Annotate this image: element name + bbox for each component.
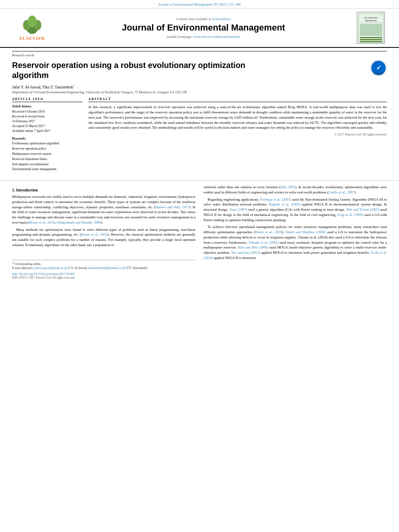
ref-coello[interactable]: Coello et al., 2007 <box>328 190 354 194</box>
sciencedirect-prefix: Contents lists available at <box>176 17 211 21</box>
ref-deb[interactable]: Deb, 2001 <box>280 185 295 189</box>
article-content: Research article Reservoir operation usi… <box>0 48 399 176</box>
intro-section-name: Introduction <box>16 188 38 192</box>
svg-rect-13 <box>360 41 382 42</box>
copyright-line: © 2017 Elsevier Ltd. All rights reserved… <box>88 133 387 136</box>
article-type-label: Research article <box>12 51 387 57</box>
author-names: Jafar Y. Al-Jawad, Tiku T. Tanyimboh <box>12 85 73 89</box>
sciencedirect-line: Contents lists available at ScienceDirec… <box>56 17 351 21</box>
keyword-4: Reservoir drawdown limits <box>12 157 82 162</box>
ref-horne3[interactable]: Horne et al., 2016 <box>255 230 282 234</box>
right-para1: solutions rather than one solution in ev… <box>204 185 387 195</box>
journal-homepage: journal homepage: www.elsevier.com/locat… <box>56 35 351 39</box>
ref-feng[interactable]: Feng et al. (1999) <box>337 213 363 217</box>
svg-rect-12 <box>360 39 382 40</box>
email1[interactable]: jafar.al-jawad@strath.ac.uk <box>34 266 68 270</box>
ref-haimes[interactable]: Haimes and Hall, 1977 <box>155 205 189 209</box>
body-right-col: solutions rather than one solution in ev… <box>204 185 387 279</box>
keyword-6: Environmental water management <box>12 167 82 172</box>
ref-kim[interactable]: Kim and Heo (2006) <box>238 245 268 249</box>
ref-sharif[interactable]: Sharif and Wardlaw (2000) <box>286 230 326 234</box>
ref-horne2[interactable]: Horne et al., 2016 <box>81 232 108 236</box>
homepage-link[interactable]: www.elsevier.com/locate/jenvman <box>193 35 240 39</box>
svg-text:✓: ✓ <box>376 64 381 71</box>
intro-section-title: 1. Introduction <box>12 188 195 192</box>
body-left-col: 1. Introduction Multipurpose reservoirs … <box>12 185 195 279</box>
issn-line: 0301-4797/© 2017 Elsevier Ltd. All right… <box>12 276 195 279</box>
body-section: 1. Introduction Multipurpose reservoirs … <box>0 185 399 279</box>
info-abstract-section: ARTICLE INFO Article history: Received 6… <box>12 97 387 172</box>
keyword-2: Reservoir operation policy <box>12 146 82 152</box>
affiliation: Department of Civil and Environmental En… <box>12 90 387 94</box>
intro-para1: Multipurpose reservoirs are widely used … <box>12 194 195 225</box>
article-info-header: ARTICLE INFO <box>12 97 82 102</box>
sciencedirect-link[interactable]: ScienceDirect <box>212 17 231 21</box>
article-info-col: ARTICLE INFO Article history: Received 6… <box>12 97 82 172</box>
revised-date: 14 February 2017 <box>12 119 82 124</box>
svg-point-4 <box>28 16 37 27</box>
homepage-prefix: journal homepage: <box>167 35 193 39</box>
journal-thumbnail: Environmental Management <box>357 12 385 44</box>
svg-rect-10 <box>360 24 382 36</box>
corresponding-sup: * <box>73 84 75 88</box>
ref-deb-tiwari[interactable]: Deb and Tiwari (2005) <box>346 207 379 212</box>
email1-name: (J.Y. Al-Jawad), <box>68 266 87 270</box>
intro-body-text: Multipurpose reservoirs are widely used … <box>12 194 195 248</box>
ref-regnier[interactable]: Régnier et al. (2005) <box>269 202 300 206</box>
article-title: Reservoir operation using a robust evolu… <box>12 60 261 80</box>
elsevier-tree-icon <box>20 15 44 35</box>
authors: Jafar Y. Al-Jawad, Tiku T. Tanyimboh* <box>12 84 387 89</box>
received-date: Received 6 October 2016 <box>12 109 82 114</box>
crossmark-badge: ✓ CrossMark <box>370 60 387 77</box>
ref-jothi[interactable]: Jothiprakash and Shanthi, 2006 <box>56 220 101 224</box>
section-divider <box>0 180 399 181</box>
page: Journal of Environmental Management 197 … <box>0 0 399 532</box>
svg-text:Environmental: Environmental <box>364 16 377 19</box>
intro-para2: Many methods for optimization were found… <box>12 227 195 248</box>
ref-wu[interactable]: Wu and Zou (2012) <box>231 251 260 255</box>
abstract-header: ABSTRACT <box>88 97 387 102</box>
elsevier-label: ELSEVIER <box>19 36 45 41</box>
journal-title: Journal of Environmental Management <box>56 23 351 33</box>
online-date: Available online 7 April 2017 <box>12 129 82 134</box>
ref-formiga[interactable]: Formiga et al. (2003) <box>260 197 291 201</box>
journal-cover-icon: Environmental Management <box>358 13 384 43</box>
email-label: E-mail addresses: <box>12 266 33 270</box>
svg-rect-11 <box>360 37 382 38</box>
email-note: E-mail addresses: jafar.al-jawad@strath.… <box>12 266 195 271</box>
corresponding-note: * Corresponding author. <box>12 262 195 267</box>
crossmark-icon: ✓ CrossMark <box>370 60 387 76</box>
top-citation-bar: Journal of Environmental Management 197 … <box>0 0 399 8</box>
right-body-text: solutions rather than one solution in ev… <box>204 185 387 261</box>
keywords-list: Evolutionary optimization algorithm Rese… <box>12 141 82 172</box>
elsevier-logo-area: ELSEVIER <box>8 15 56 41</box>
keyword-5: Self-adaptive recombination <box>12 162 82 167</box>
journal-info-center: Contents lists available at ScienceDirec… <box>56 17 351 39</box>
ref-tract[interactable]: Tract (1997) <box>229 207 247 212</box>
right-para3: To achieve effective operational managem… <box>204 224 387 260</box>
intro-section-num: 1. <box>12 188 15 192</box>
ref-tilmant[interactable]: Tilmant et al. (2002) <box>249 240 279 244</box>
journal-thumbnail-area: Environmental Management <box>351 12 391 44</box>
ref-horne[interactable]: Horne et al., 2016 <box>29 220 55 224</box>
keyword-3: Multipurpose reservoir system <box>12 152 82 157</box>
journal-citation: Journal of Environmental Management 197 … <box>158 2 241 6</box>
doi-line[interactable]: http://dx.doi.org/10.1016/j.jenvman.2017… <box>12 272 195 276</box>
footnote-area: * Corresponding author. E-mail addresses… <box>12 260 195 271</box>
email2[interactable]: tikutanyimboh@hotmail.co.uk <box>88 266 125 270</box>
right-para2: Regarding engineering applications, Form… <box>204 197 387 223</box>
history-label: Article history: <box>12 105 82 108</box>
abstract-col: ABSTRACT In this research, a significant… <box>88 97 387 172</box>
abstract-text: In this research, a significant improvem… <box>88 105 387 130</box>
revised-label: Received in revised form <box>12 114 82 119</box>
elsevier-logo: ELSEVIER <box>19 15 45 41</box>
svg-text:CrossMark: CrossMark <box>374 72 384 75</box>
email2-name: (T.T. Tanyimboh). <box>126 266 148 270</box>
journal-header: ELSEVIER Contents lists available at Sci… <box>0 8 399 48</box>
keywords-label: Keywords: <box>12 137 82 140</box>
svg-text:Management: Management <box>365 19 377 22</box>
accepted-date: Accepted 25 March 2017 <box>12 124 82 129</box>
keyword-1: Evolutionary optimization algorithm <box>12 141 82 146</box>
